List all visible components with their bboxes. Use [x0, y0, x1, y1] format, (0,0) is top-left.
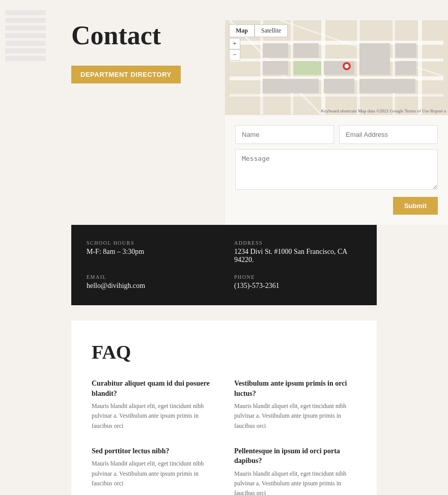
faq-item: Vestibulum ante ipsum primis in orci luc… [234, 378, 356, 431]
phone-label: PHONE [234, 274, 361, 280]
page-title: Contact [71, 20, 205, 50]
faq-item: Curabitur aliquet quam id dui posuere bl… [92, 378, 214, 431]
faq-item: Pellentesque in ipsum id orci porta dapi… [234, 446, 356, 495]
map-tabs: Map Satellite [229, 24, 288, 37]
school-hours-item: SCHOOL HOURS M-F: 8am – 3:30pm [87, 240, 214, 264]
svg-rect-19 [395, 61, 416, 75]
svg-rect-22 [359, 79, 415, 93]
faq-grid: Curabitur aliquet quam id dui posuere bl… [92, 378, 356, 495]
email-value: hello@divihigh.com [87, 282, 214, 290]
email-item: EMAIL hello@divihigh.com [87, 274, 214, 290]
faq-answer: Mauris blandit aliquet elit, eget tincid… [92, 401, 214, 431]
faq-answer: Mauris blandit aliquet elit, eget tincid… [234, 469, 356, 495]
map-tab-satellite[interactable]: Satellite [255, 24, 288, 37]
address-label: ADDRESS [234, 240, 361, 246]
map-zoom-out[interactable]: − [229, 49, 240, 61]
faq-section: FAQ Curabitur aliquet quam id dui posuer… [71, 321, 377, 495]
map-zoom-in[interactable]: + [229, 38, 240, 49]
svg-rect-14 [293, 43, 319, 57]
dept-dir-button[interactable]: Department Directory [71, 66, 181, 83]
svg-point-25 [345, 64, 349, 68]
message-input[interactable] [235, 149, 438, 190]
contact-form: Submit [225, 114, 448, 225]
faq-item: Sed porttitor lectus nibh? Mauris blandi… [92, 446, 214, 495]
svg-rect-9 [393, 20, 395, 114]
svg-rect-17 [359, 43, 390, 75]
svg-rect-21 [324, 79, 354, 93]
map-container: Map Satellite + − Keyboard shortcuts Map… [225, 20, 448, 114]
phone-item: PHONE (135)-573-2361 [234, 274, 361, 290]
school-hours-value: M-F: 8am – 3:30pm [87, 248, 214, 256]
address-value: 1234 Divi St. #1000 San Francisco, CA 94… [234, 248, 361, 264]
faq-question: Vestibulum ante ipsum primis in orci luc… [234, 378, 356, 398]
faq-question: Pellentesque in ipsum id orci porta dapi… [234, 446, 356, 466]
contact-info-box: SCHOOL HOURS M-F: 8am – 3:30pm ADDRESS 1… [71, 225, 377, 305]
map-tab-map[interactable]: Map [229, 24, 255, 37]
svg-rect-23 [293, 61, 321, 75]
faq-question: Curabitur aliquet quam id dui posuere bl… [92, 378, 214, 398]
svg-rect-6 [291, 20, 293, 114]
faq-question: Sed porttitor lectus nibh? [92, 446, 214, 456]
faq-answer: Mauris blandit aliquet elit, eget tincid… [92, 459, 214, 488]
submit-button[interactable]: Submit [393, 197, 438, 215]
svg-rect-13 [263, 43, 288, 57]
svg-rect-18 [395, 43, 416, 57]
map-zoom-controls: + − [229, 38, 240, 61]
email-label: EMAIL [87, 274, 214, 280]
map-attribution: Keyboard shortcuts Map data ©2021 Google… [321, 108, 446, 113]
email-input[interactable] [339, 125, 438, 144]
name-input[interactable] [235, 125, 334, 144]
svg-rect-15 [263, 61, 288, 75]
faq-title: FAQ [92, 341, 356, 363]
school-hours-label: SCHOOL HOURS [87, 240, 214, 246]
faq-answer: Mauris blandit aliquet elit, eget tincid… [234, 401, 356, 431]
svg-rect-20 [263, 79, 319, 93]
address-item: ADDRESS 1234 Divi St. #1000 San Francisc… [234, 240, 361, 264]
phone-value: (135)-573-2361 [234, 282, 361, 290]
